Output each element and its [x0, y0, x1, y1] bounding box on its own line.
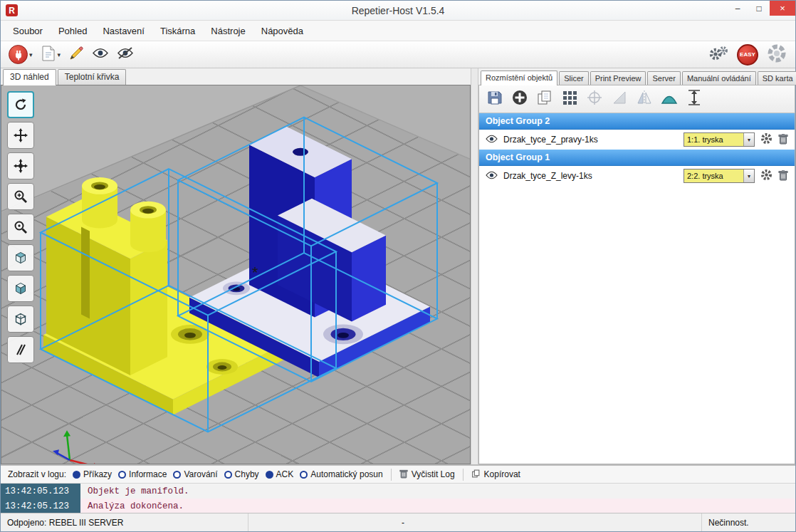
right-tabs: Rozmístění objektů Slicer Print Preview …	[478, 68, 795, 85]
eye-slash-icon	[117, 47, 134, 62]
radio-icon	[118, 471, 126, 479]
log-message: Analýza dokončena.	[80, 499, 184, 513]
origin-marker: *	[252, 264, 258, 281]
parallel-projection-button[interactable]	[7, 336, 34, 363]
move-object-button[interactable]	[7, 152, 34, 179]
copy-objects-button[interactable]	[536, 89, 553, 109]
connection-status: Odpojeno: REBEL III SERVER	[1, 513, 248, 531]
axis-indicator-icon	[53, 430, 103, 464]
save-objects-button[interactable]	[486, 89, 503, 109]
move-object-icon	[14, 159, 28, 173]
move-view-button[interactable]	[7, 122, 34, 149]
tab-manualni-ovladani[interactable]: Manuální ovládání	[682, 71, 756, 85]
tab-rozmisteni-objektu[interactable]: Rozmístění objektů	[481, 71, 557, 85]
object-toolbar	[478, 85, 795, 113]
zoom-in-button[interactable]	[7, 183, 34, 210]
rotate-view-button[interactable]	[7, 91, 34, 118]
gear-ring-button[interactable]	[764, 41, 790, 68]
group-title: Object Group 2	[486, 116, 550, 126]
edit-gcode-button[interactable]	[66, 44, 86, 66]
add-object-button[interactable]	[511, 89, 528, 109]
filter-varovani[interactable]: Varování	[173, 469, 217, 479]
radio-icon	[300, 471, 308, 479]
zoom-fit-icon	[14, 220, 28, 234]
object-row[interactable]: Drzak_tyce_Z_levy-1ks 2:2. tryska ▾	[479, 166, 795, 186]
pencil-icon	[68, 46, 84, 64]
3d-scene: *	[1, 85, 470, 464]
tab-teplotni-krivka[interactable]: Teplotní křivka	[58, 69, 127, 85]
object-group-header[interactable]: Object Group 2	[479, 113, 795, 130]
tab-print-preview[interactable]: Print Preview	[590, 71, 646, 85]
select-caret-icon: ▾	[743, 169, 754, 182]
view-iso-button[interactable]	[7, 275, 34, 302]
filter-ack[interactable]: ACK	[266, 469, 294, 479]
select-caret-icon: ▾	[743, 133, 754, 146]
cube-iso-icon	[14, 281, 28, 296]
load-button[interactable]: ▾	[38, 43, 63, 66]
delete-object-trash-icon[interactable]	[778, 133, 788, 147]
filter-chyby[interactable]: Chyby	[224, 469, 259, 479]
load-caret-icon: ▾	[58, 51, 61, 58]
extruder-select[interactable]: 2:2. tryska ▾	[684, 169, 755, 183]
visibility-eye-icon[interactable]	[486, 135, 498, 145]
menu-tiskarna[interactable]: Tiskárna	[152, 22, 203, 40]
zoom-fit-button[interactable]	[7, 214, 34, 241]
cut-object-button[interactable]	[661, 89, 678, 109]
tab-sd-karta[interactable]: SD karta	[758, 71, 796, 85]
object-settings-gear-icon[interactable]	[760, 132, 773, 147]
clear-log-button[interactable]: Vyčistit Log	[399, 469, 455, 481]
tab-slicer[interactable]: Slicer	[559, 71, 589, 85]
menu-nastaveni[interactable]: Nastavení	[95, 22, 152, 40]
status-center: -	[248, 513, 701, 531]
center-object-button[interactable]	[586, 89, 603, 109]
autoposition-button[interactable]	[561, 89, 578, 109]
eye-icon	[92, 47, 109, 62]
menu-soubor[interactable]: Soubor	[5, 22, 51, 40]
minimize-button[interactable]: –	[727, 1, 748, 16]
move-icon	[14, 128, 28, 142]
view-column: 3D náhled Teplotní křivka	[1, 68, 471, 464]
scale-object-button[interactable]	[611, 89, 628, 109]
object-group-header[interactable]: Object Group 1	[479, 150, 795, 166]
filter-prikazy[interactable]: Příkazy	[73, 469, 112, 479]
copy-log-label: Kopírovat	[484, 469, 520, 479]
easy-mode-button[interactable]: EASY	[735, 43, 760, 67]
close-button[interactable]: ×	[770, 1, 795, 16]
extruder-select[interactable]: 1:1. tryska ▾	[684, 132, 755, 147]
app-window: R Repetier-Host V1.5.4 – □ × Soubor Pohl…	[0, 0, 796, 532]
printer-settings-button[interactable]	[706, 43, 731, 67]
parallel-projection-icon	[14, 343, 28, 357]
connect-button[interactable]: ▾	[6, 43, 35, 66]
filter-automaticky-posun[interactable]: Automatický posun	[300, 469, 382, 479]
menu-nastroje[interactable]: Nástroje	[203, 22, 253, 40]
tab-3d-nahled[interactable]: 3D náhled	[3, 69, 56, 85]
menu-pohled[interactable]: Pohled	[51, 22, 95, 40]
titlebar[interactable]: R Repetier-Host V1.5.4 – □ ×	[1, 1, 795, 21]
show-filament-button[interactable]	[90, 46, 111, 63]
hide-travel-button[interactable]	[115, 46, 136, 63]
object-name: Drzak_tyce_Z_pravy-1ks	[503, 135, 678, 145]
filter-label: Informace	[129, 469, 167, 479]
object-settings-gear-icon[interactable]	[760, 169, 773, 183]
tab-server[interactable]: Server	[647, 71, 680, 85]
log-entry: 13:42:05.123 Objekt je manifold.	[1, 484, 795, 499]
maximize-button[interactable]: □	[748, 1, 770, 16]
copy-log-button[interactable]: Kopírovat	[471, 469, 520, 481]
rotate-icon	[14, 98, 28, 112]
3d-viewport[interactable]: *	[1, 85, 471, 464]
delete-object-trash-icon[interactable]	[778, 169, 788, 183]
panel-splitter[interactable]	[471, 68, 478, 464]
filter-informace[interactable]: Informace	[118, 469, 167, 479]
mirror-object-button[interactable]	[636, 89, 653, 109]
object-row[interactable]: Drzak_tyce_Z_pravy-1ks 1:1. tryska ▾	[479, 130, 795, 150]
menu-napoveda[interactable]: Nápověda	[253, 22, 311, 40]
view-top-button[interactable]	[7, 244, 34, 271]
cube-top-icon	[14, 251, 28, 265]
clear-log-label: Vyčistit Log	[412, 469, 455, 479]
view-wireframe-button[interactable]	[7, 306, 34, 333]
log-timestamp: 13:42:05.123	[1, 499, 80, 513]
analyze-object-button[interactable]	[686, 89, 703, 109]
radio-icon	[73, 471, 80, 479]
visibility-eye-icon[interactable]	[486, 171, 498, 182]
log-view[interactable]: 13:42:05.123 Objekt je manifold. 13:42:0…	[1, 483, 795, 513]
